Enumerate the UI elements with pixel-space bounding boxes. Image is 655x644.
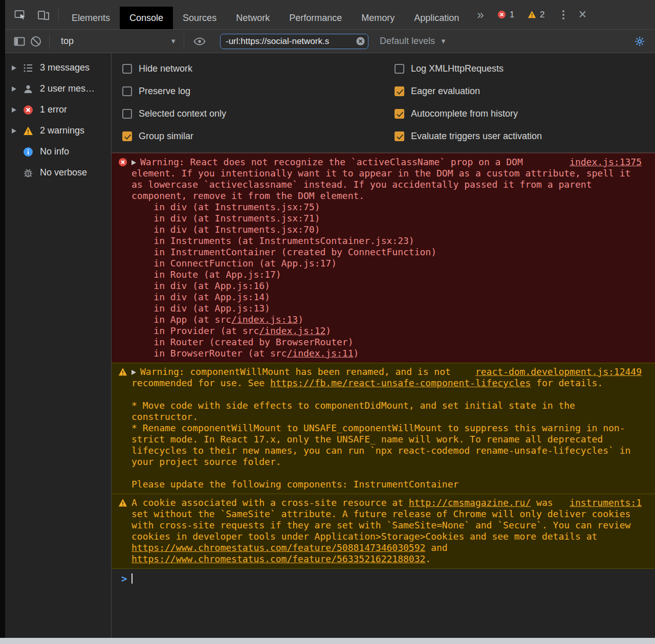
console-pane: Hide networkPreserve logSelected context… <box>112 53 655 638</box>
tool-icons <box>11 6 52 24</box>
sidebar-item-1-error[interactable]: 1 error <box>5 99 111 120</box>
setting-evaluate-triggers-user-activation[interactable]: Evaluate triggers user activation <box>395 125 542 147</box>
expand-triangle-icon[interactable] <box>132 160 136 165</box>
checkbox-preserve-log[interactable] <box>122 86 132 96</box>
setting-label: Selected context only <box>139 108 226 119</box>
message-link[interactable]: /index.js:11 <box>287 348 353 359</box>
bottom-strip <box>0 638 655 644</box>
message-link[interactable]: https://www.chromestatus.com/feature/563… <box>132 553 425 564</box>
message-segment: in Instruments (at InstrumentsContainer.… <box>132 235 414 246</box>
devtools-main: ElementsConsoleSourcesNetworkPerformance… <box>5 0 655 638</box>
expand-triangle-icon[interactable] <box>132 370 136 375</box>
message-link[interactable]: /index.js:12 <box>259 325 325 336</box>
message-line: in div (at Instruments.jsx:70) <box>132 224 642 235</box>
tab-network[interactable]: Network <box>226 7 279 29</box>
warning-count-badge[interactable]: 2 <box>528 10 544 20</box>
text-caret <box>132 573 133 584</box>
sidebar-item-2-warnings[interactable]: 2 warnings <box>5 120 111 141</box>
console-settings-gear-icon[interactable] <box>631 33 648 50</box>
info-icon <box>23 147 33 157</box>
setting-autocomplete-from-history[interactable]: Autocomplete from history <box>395 102 542 125</box>
console-settings-panel: Hide networkPreserve logSelected context… <box>112 53 655 153</box>
setting-preserve-log[interactable]: Preserve log <box>122 80 395 102</box>
sidebar-item-label: No verbose <box>40 167 87 178</box>
message-segment: in Router (created by BrowserRouter) <box>132 337 354 347</box>
close-icon[interactable]: × <box>579 8 587 21</box>
setting-hide-network[interactable]: Hide network <box>122 57 395 80</box>
kebab-menu-icon[interactable] <box>560 8 566 21</box>
message-line: react-dom.development.js:12449Warning: c… <box>132 366 642 389</box>
warning-icon <box>118 498 127 507</box>
context-selector[interactable]: top ▼ <box>61 36 177 47</box>
clear-filter-icon[interactable] <box>356 36 365 46</box>
page-edge-strip <box>0 0 5 638</box>
expand-triangle-icon[interactable] <box>12 65 16 71</box>
checkbox-hide-network[interactable] <box>122 64 132 74</box>
console-filter-input[interactable]: -url:https://social-network.s <box>220 34 368 49</box>
more-tabs-icon[interactable]: » <box>477 8 484 22</box>
tab-performance[interactable]: Performance <box>279 7 352 29</box>
message-segment: in div (at Instruments.jsx:71) <box>132 213 320 224</box>
source-location-link[interactable]: react-dom.development.js:12449 <box>475 366 642 377</box>
log-levels-value: Default levels <box>380 36 435 47</box>
message-segment: in div (at App.js:16) <box>132 280 270 291</box>
error-count-badge[interactable]: 1 <box>497 10 514 20</box>
message-segment: Warning: React does not recognize the `a… <box>132 157 636 201</box>
tab-memory[interactable]: Memory <box>352 7 404 29</box>
sidebar-item-2-user-mes[interactable]: 2 user mes… <box>5 78 111 99</box>
checkbox-autocomplete-from-history[interactable] <box>395 109 404 119</box>
message-link[interactable]: /index.js:13 <box>231 314 298 325</box>
message-link[interactable]: https://fb.me/react-unsafe-component-lif… <box>270 377 531 388</box>
setting-selected-context-only[interactable]: Selected context only <box>122 102 395 125</box>
dock-sidebar-icon[interactable] <box>11 33 28 50</box>
message-segment: * Rename componentWillMount to UNSAFE_co… <box>132 423 636 467</box>
checkbox-group-similar[interactable] <box>122 131 132 141</box>
message-line: in Router (created by BrowserRouter) <box>132 337 642 348</box>
message-segment: ) <box>298 314 303 325</box>
sidebar-item-no-info[interactable]: No info <box>5 141 111 162</box>
source-location-link[interactable]: instruments:1 <box>570 497 642 508</box>
message-link[interactable]: http://cmsmagazine.ru/ <box>409 497 531 508</box>
message-segment: Please update the following components: … <box>132 479 458 490</box>
tab-elements[interactable]: Elements <box>62 7 120 29</box>
live-expression-eye-icon[interactable] <box>191 33 208 50</box>
setting-group-similar[interactable]: Group similar <box>122 125 395 147</box>
message-line: in BrowserRouter (at src/index.js:11) <box>132 348 642 359</box>
device-toolbar-icon[interactable] <box>35 6 52 24</box>
expand-triangle-icon[interactable] <box>12 107 16 113</box>
sidebar-item-no-verbose[interactable]: No verbose <box>5 162 111 183</box>
expand-triangle-icon[interactable] <box>12 128 16 134</box>
inspect-element-icon[interactable] <box>11 6 29 24</box>
toolbar-separator <box>58 8 59 22</box>
error-badge-icon <box>497 10 506 19</box>
setting-eager-evaluation[interactable]: Eager evaluation <box>395 80 542 102</box>
source-location-link[interactable]: index.js:1375 <box>570 157 642 168</box>
checkbox-selected-context-only[interactable] <box>122 109 132 119</box>
warning-badge-icon <box>528 10 536 19</box>
sidebar-item-label: 2 warnings <box>40 125 84 136</box>
log-levels-dropdown[interactable]: Default levels ▼ <box>380 36 447 47</box>
tab-console[interactable]: Console <box>120 7 173 29</box>
expand-triangle-icon[interactable] <box>12 86 16 92</box>
console-prompt[interactable]: > <box>112 569 655 584</box>
settings-col-right: Log XMLHttpRequestsEager evaluationAutoc… <box>395 57 542 147</box>
clear-console-icon[interactable] <box>28 33 44 50</box>
tab-sources[interactable]: Sources <box>173 7 226 29</box>
console-message-warning: instruments:1A cookie associated with a … <box>112 494 655 569</box>
checkbox-evaluate-triggers-user-activation[interactable] <box>395 131 404 141</box>
checkbox-log-xmlhttprequests[interactable] <box>395 64 404 74</box>
message-line: in Provider (at src/index.js:12) <box>132 325 642 337</box>
checkbox-eager-evaluation[interactable] <box>395 86 404 96</box>
tab-strip: ElementsConsoleSourcesNetworkPerformance… <box>62 0 469 29</box>
setting-log-xmlhttprequests[interactable]: Log XMLHttpRequests <box>395 57 542 80</box>
message-text: index.js:1375Warning: React does not rec… <box>132 157 655 359</box>
tab-application[interactable]: Application <box>404 7 469 29</box>
console-empty-area[interactable] <box>112 584 655 638</box>
warning-count: 2 <box>540 10 544 20</box>
message-segment: . <box>425 553 431 564</box>
message-link[interactable]: https://www.chromestatus.com/feature/508… <box>132 542 425 553</box>
message-line <box>132 389 642 400</box>
list-icon <box>23 63 33 73</box>
sidebar-item-3-messages[interactable]: 3 messages <box>5 57 111 78</box>
message-line: in Instruments (at InstrumentsContainer.… <box>132 235 642 247</box>
